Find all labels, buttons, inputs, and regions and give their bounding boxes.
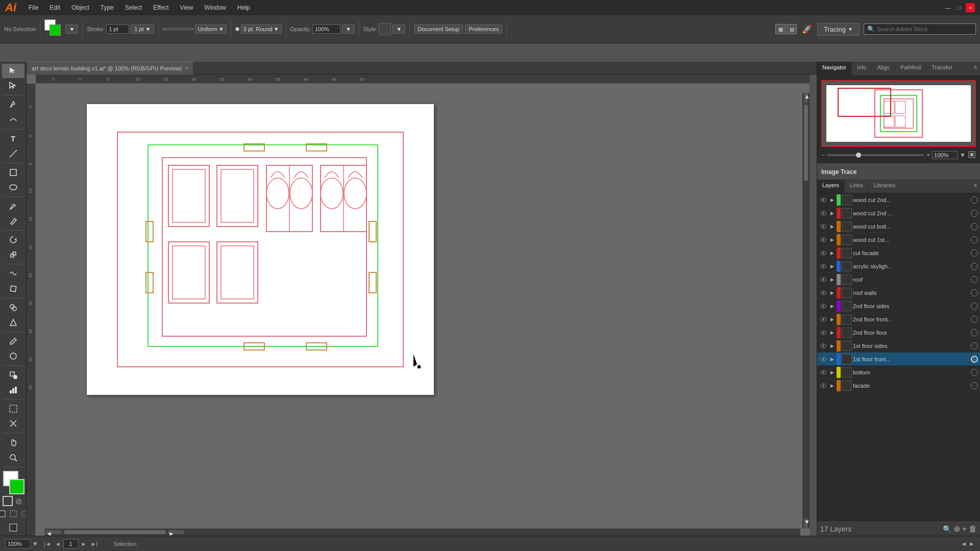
- shape-builder-tool[interactable]: [2, 300, 24, 314]
- layer-row[interactable]: ▶wood cut 2nd...: [817, 193, 980, 207]
- zoom-dropdown-btn[interactable]: ▼: [32, 540, 38, 547]
- layer-row[interactable]: ▶2nd floor floor: [817, 326, 980, 339]
- zoom-in-icon[interactable]: +: [926, 152, 930, 159]
- next-page-btn[interactable]: ►: [80, 541, 88, 547]
- prev-page-btn[interactable]: ◄: [54, 541, 62, 547]
- search-layers-icon[interactable]: 🔍: [943, 525, 951, 533]
- fit-page-icon[interactable]: [968, 151, 976, 160]
- layer-expand-btn[interactable]: ▶: [828, 342, 836, 349]
- horizontal-scrollbar[interactable]: ◄ ►: [45, 529, 800, 536]
- layer-expand-btn[interactable]: ▶: [828, 249, 836, 257]
- layer-row[interactable]: ▶wood cut 2nd ...: [817, 207, 980, 220]
- scroll-down-btn[interactable]: ▼: [804, 518, 808, 529]
- scroll-right-btn[interactable]: ►: [168, 530, 184, 534]
- warp-tool[interactable]: [2, 266, 24, 281]
- layer-visibility-toggle[interactable]: [819, 315, 827, 323]
- pencil-tool[interactable]: [2, 214, 24, 228]
- vertical-scrollbar[interactable]: ▲ ▼: [802, 93, 810, 529]
- draw-inside-tool[interactable]: [0, 509, 7, 519]
- layer-target-circle[interactable]: [971, 342, 978, 349]
- scrollbar-thumb-h[interactable]: [64, 530, 166, 534]
- fill-dropdown[interactable]: ▼: [65, 24, 78, 34]
- layer-expand-btn[interactable]: ▶: [828, 303, 836, 310]
- measure-tool[interactable]: [2, 349, 24, 363]
- layer-visibility-toggle[interactable]: [819, 355, 827, 363]
- menu-effect[interactable]: Effect: [149, 3, 173, 13]
- layer-visibility-toggle[interactable]: [819, 276, 827, 284]
- layer-target-circle[interactable]: [971, 289, 978, 296]
- rocket-icon[interactable]: 🚀: [801, 23, 813, 35]
- close-button[interactable]: ×: [966, 3, 975, 12]
- last-page-btn[interactable]: ►|: [89, 541, 99, 547]
- menu-file[interactable]: File: [24, 3, 42, 13]
- minimize-button[interactable]: —: [943, 3, 952, 12]
- tracing-button[interactable]: Tracing ▼: [817, 23, 860, 36]
- hand-tool[interactable]: [2, 435, 24, 449]
- make-clipping-mask-icon[interactable]: ⊕: [953, 524, 960, 534]
- first-page-btn[interactable]: |◄: [42, 541, 53, 547]
- layer-target-circle[interactable]: [971, 316, 978, 323]
- layer-target-circle[interactable]: [971, 236, 978, 243]
- layer-target-circle[interactable]: [971, 196, 978, 204]
- slice-tool[interactable]: [2, 416, 24, 431]
- navigator-tab[interactable]: Navigator: [817, 62, 852, 76]
- ellipse-tool[interactable]: [2, 180, 24, 194]
- layer-visibility-toggle[interactable]: [819, 382, 827, 390]
- preferences-button[interactable]: Preferences: [465, 24, 502, 34]
- menu-object[interactable]: Object: [67, 3, 93, 13]
- free-transform-tool[interactable]: [2, 281, 24, 295]
- layer-expand-btn[interactable]: ▶: [828, 223, 836, 230]
- layer-expand-btn[interactable]: ▶: [828, 316, 836, 323]
- layer-expand-btn[interactable]: ▶: [828, 236, 836, 243]
- zoom-input[interactable]: [5, 539, 31, 548]
- layer-target-circle[interactable]: [971, 382, 978, 389]
- layer-target-circle[interactable]: [971, 249, 978, 257]
- rotate-tool[interactable]: [2, 233, 24, 247]
- zoom-slider-thumb[interactable]: [856, 153, 861, 158]
- layers-tab[interactable]: Layers: [817, 180, 845, 193]
- arrange2-icon[interactable]: ▤: [787, 24, 797, 34]
- place-tool[interactable]: [2, 368, 24, 382]
- layer-visibility-toggle[interactable]: [819, 196, 827, 204]
- document-setup-button[interactable]: Document Setup: [414, 24, 463, 34]
- status-icon-1[interactable]: ◄: [961, 540, 967, 547]
- layers-options-icon[interactable]: ≡: [971, 180, 980, 193]
- zoom-tool[interactable]: [2, 450, 24, 464]
- layer-expand-btn[interactable]: ▶: [828, 382, 836, 389]
- layer-expand-btn[interactable]: ▶: [828, 263, 836, 270]
- menu-help[interactable]: Help: [233, 3, 254, 13]
- add-layer-icon[interactable]: +: [962, 524, 967, 534]
- layer-row[interactable]: ▶bottom: [817, 366, 980, 379]
- delete-layer-icon[interactable]: 🗑: [969, 524, 977, 534]
- layer-target-circle[interactable]: [971, 369, 978, 376]
- round-cap-dropdown[interactable]: 3 pt. Round ▼: [241, 24, 282, 34]
- align-tab[interactable]: Align: [872, 62, 895, 76]
- uniform-dropdown[interactable]: Uniform ▼: [195, 24, 226, 34]
- libraries-tab[interactable]: Libraries: [869, 180, 901, 193]
- zoom-slider[interactable]: [827, 154, 924, 156]
- style-preview[interactable]: [379, 23, 391, 35]
- none-swatch[interactable]: ⊘: [14, 496, 24, 506]
- pen-tool[interactable]: [2, 97, 24, 112]
- layer-visibility-toggle[interactable]: [819, 236, 827, 244]
- screen-mode-button[interactable]: [8, 522, 18, 533]
- menu-view[interactable]: View: [176, 3, 198, 13]
- layer-row[interactable]: ▶1st floor front...: [817, 353, 980, 366]
- layer-row[interactable]: ▶acrylic skyligh...: [817, 260, 980, 273]
- opacity-dropdown[interactable]: ▼: [342, 24, 355, 34]
- eyedropper-tool[interactable]: [2, 334, 24, 348]
- layer-target-circle[interactable]: [971, 356, 978, 363]
- artboard-tool[interactable]: [2, 402, 24, 416]
- layer-row[interactable]: ▶2nd floor sides: [817, 299, 980, 313]
- menu-select[interactable]: Select: [121, 3, 146, 13]
- chart-tool[interactable]: [2, 383, 24, 397]
- layer-visibility-toggle[interactable]: [819, 302, 827, 310]
- panel-options-icon[interactable]: ≡: [971, 62, 980, 76]
- layer-visibility-toggle[interactable]: [819, 289, 827, 297]
- doc-tab-close-button[interactable]: ×: [185, 65, 188, 71]
- layer-expand-btn[interactable]: ▶: [828, 356, 836, 363]
- pathfind-tab[interactable]: Pathfind: [895, 62, 926, 76]
- layer-visibility-toggle[interactable]: [819, 209, 827, 217]
- layer-visibility-toggle[interactable]: [819, 262, 827, 270]
- layer-visibility-toggle[interactable]: [819, 368, 827, 377]
